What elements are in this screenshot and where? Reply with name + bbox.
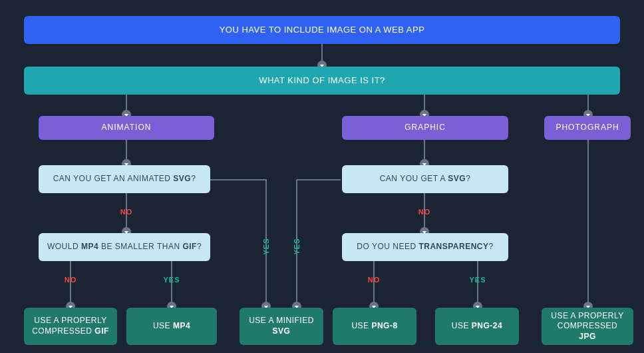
output-png24: USE PNG-24 [435,308,519,345]
start-node: YOU HAVE TO INCLUDE IMAGE ON A WEB APP [24,16,620,44]
output-png8: USE PNG-8 [333,308,416,345]
edge-label-yes: YES [293,238,301,254]
category-photograph: PHOTOGRAPH [544,116,631,140]
edge-label-yes: YES [163,276,180,284]
output-minified-svg: USE A MINIFIED SVG [240,308,323,345]
question-mp4-smaller: WOULD MP4 BE SMALLER THAN GIF? [39,233,210,261]
question-graphic-svg: CAN YOU GET A SVG? [342,165,508,193]
category-animation: ANIMATION [39,116,214,140]
edge-label-yes: YES [262,238,270,254]
question-animated-svg: CAN YOU GET AN ANIMATED SVG? [39,165,210,193]
edge-label-no: NO [368,276,381,284]
edge-label-no: NO [65,276,77,284]
output-gif: USE A PROPERLY COMPRESSED GIF [24,308,117,345]
output-mp4: USE MP4 [126,308,217,345]
question-transparency: DO YOU NEED TRANSPARENCY? [342,233,508,261]
edge-label-no: NO [418,208,431,216]
category-graphic: GRAPHIC [342,116,508,140]
output-jpg: USE A PROPERLY COMPRESSED JPG [542,308,633,345]
question-kind: WHAT KIND OF IMAGE IS IT? [24,67,620,95]
edge-label-no: NO [120,208,133,216]
edge-label-yes: YES [469,276,486,284]
